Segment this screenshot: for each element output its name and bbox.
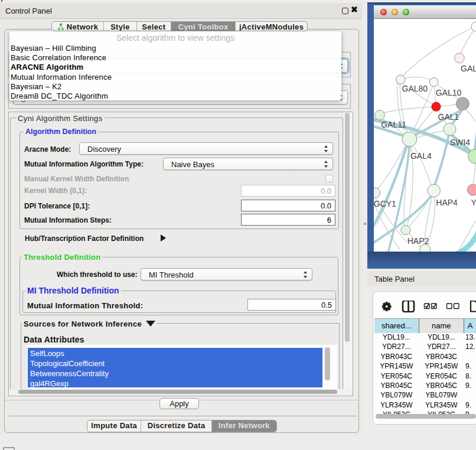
svg-text:HAP2: HAP2 [407,236,429,246]
svg-text:GAL11: GAL11 [381,120,406,129]
svg-text:GAL80: GAL80 [402,84,428,93]
svg-text:HAP4: HAP4 [436,198,458,207]
svg-text:GAL2: GAL2 [461,64,476,73]
svg-text:GAL4: GAL4 [410,151,432,161]
svg-text:GAL1: GAL1 [438,112,459,122]
svg-text:SWI4: SWI4 [450,138,470,147]
svg-text:GCY1: GCY1 [374,199,396,208]
svg-text:GAL10: GAL10 [436,88,462,97]
svg-text:YJ: YJ [471,198,476,207]
